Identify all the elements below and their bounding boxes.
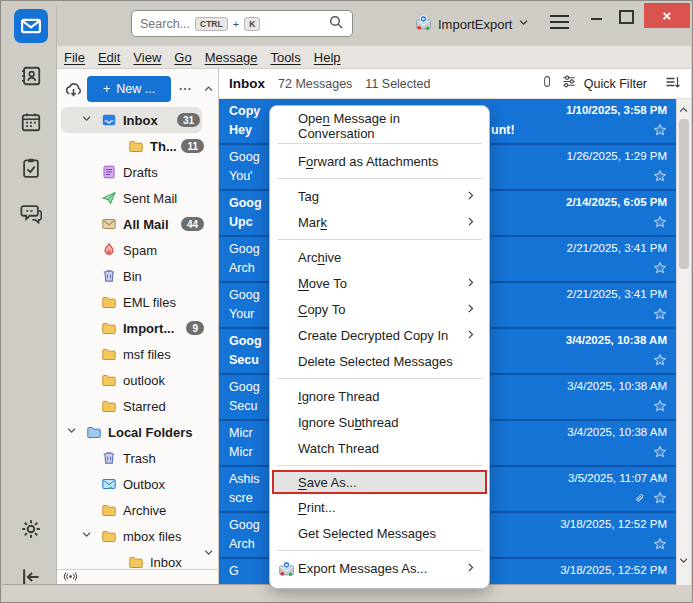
menu-item-open-message-in-conversation[interactable]: Open Message in Conversation <box>270 113 489 139</box>
addressbook-icon[interactable] <box>14 61 48 91</box>
tasks-icon[interactable] <box>14 153 48 183</box>
quick-filter-label[interactable]: Quick Filter <box>584 77 647 91</box>
menubar-item-view[interactable]: View <box>133 50 161 65</box>
message-date: 3/4/2025, 10:38 AM <box>567 426 667 438</box>
selected-count: 11 Selected <box>365 77 430 91</box>
scrollbar-thumb[interactable] <box>679 119 689 269</box>
close-button[interactable]: × <box>644 3 690 28</box>
folder-icon <box>101 398 117 414</box>
star-icon[interactable] <box>653 261 667 279</box>
folder-row-local-folders[interactable]: Local Folders <box>57 419 218 445</box>
folder-label: mbox files <box>123 529 182 544</box>
menu-item-delete-selected-messages[interactable]: Delete Selected Messages <box>270 348 489 374</box>
folder-row-drafts[interactable]: Drafts <box>57 159 218 185</box>
star-icon[interactable] <box>653 491 667 509</box>
folder-label: Starred <box>123 399 166 414</box>
messages-count: 72 Messages <box>278 77 352 91</box>
star-icon[interactable] <box>653 169 667 187</box>
folder-label: Spam <box>123 243 157 258</box>
calendar-icon[interactable] <box>14 107 48 137</box>
cloud-download-icon[interactable] <box>64 80 83 103</box>
hamburger-menu-icon[interactable] <box>550 15 569 29</box>
menu-item-copy-to[interactable]: Copy To <box>270 296 489 322</box>
mail-tab-icon[interactable] <box>14 9 48 43</box>
folder-expand-icon[interactable] <box>81 113 93 128</box>
menubar-item-edit[interactable]: Edit <box>98 50 120 65</box>
folder-expand-icon[interactable] <box>81 529 93 544</box>
profile-menu[interactable]: ImportExport <box>415 14 530 34</box>
menubar-item-message[interactable]: Message <box>205 50 258 65</box>
message-list-scrollbar[interactable] <box>676 99 691 585</box>
scroll-down-icon[interactable] <box>678 553 690 571</box>
folder-row-trash[interactable]: Trash <box>57 445 218 471</box>
folder-row-starred[interactable]: Starred <box>57 393 218 419</box>
menu-item-forward-as-attachments[interactable]: Forward as Attachments <box>270 148 489 174</box>
folder-row-import-[interactable]: Import...9 <box>57 315 218 341</box>
menubar-item-help[interactable]: Help <box>314 50 341 65</box>
folder-row-th-[interactable]: Th...11 <box>57 133 218 159</box>
star-icon[interactable] <box>653 353 667 371</box>
folder-scroll-down-icon[interactable] <box>203 545 215 563</box>
folder-row-outlook[interactable]: outlook <box>57 367 218 393</box>
submenu-arrow-icon <box>464 328 477 343</box>
folder-row-all-mail[interactable]: All Mail44 <box>57 211 218 237</box>
folder-label: Bin <box>123 269 142 284</box>
menubar-item-go[interactable]: Go <box>174 50 191 65</box>
folder-row-spam[interactable]: Spam <box>57 237 218 263</box>
menu-item-export-messages-as[interactable]: Export Messages As... <box>270 555 489 581</box>
message-sender: Goog <box>229 334 262 348</box>
menu-item-get-selected-messages[interactable]: Get Selected Messages <box>270 520 489 546</box>
star-icon[interactable] <box>653 307 667 325</box>
folder-row-eml-files[interactable]: EML files <box>57 289 218 315</box>
menu-item-ignore-subthread[interactable]: Ignore Subthread <box>270 409 489 435</box>
minimize-button[interactable] <box>585 11 607 27</box>
list-title: Inbox <box>229 76 265 91</box>
folder-expand-icon[interactable] <box>66 425 78 440</box>
folder-row-sent-mail[interactable]: Sent Mail <box>57 185 218 211</box>
menu-item-print[interactable]: Print... <box>270 494 489 520</box>
folder-row-inbox[interactable]: Inbox31 <box>61 107 202 133</box>
star-icon[interactable] <box>653 399 667 417</box>
menubar-item-tools[interactable]: Tools <box>270 50 300 65</box>
menubar-item-file[interactable]: File <box>64 50 85 65</box>
scroll-up-icon[interactable] <box>678 102 690 120</box>
search-input[interactable]: Search... CTRL + K <box>131 10 353 37</box>
thunderbird-window: Search... CTRL + K ImportExport × FileEd… <box>0 0 693 603</box>
folder-pane-options-icon[interactable]: ... <box>179 79 192 93</box>
message-list-display-options-icon[interactable] <box>664 74 681 94</box>
folder-row-mbox-files[interactable]: mbox files <box>57 523 218 549</box>
folder-row-msf-files[interactable]: msf files <box>57 341 218 367</box>
folder-scroll-up-icon[interactable] <box>203 81 215 99</box>
menu-item-move-to[interactable]: Move To <box>270 270 489 296</box>
star-icon[interactable] <box>653 445 667 463</box>
star-icon[interactable] <box>653 215 667 233</box>
folder-row-archive[interactable]: Archive <box>57 497 218 523</box>
chat-icon[interactable] <box>14 198 48 228</box>
star-icon[interactable] <box>653 123 667 141</box>
menu-item-label: Create Decrypted Copy In <box>298 328 448 343</box>
menu-item-ignore-thread[interactable]: Ignore Thread <box>270 383 489 409</box>
quickfilter-sliders-icon[interactable] <box>561 74 577 93</box>
message-date: 3/4/2025, 10:38 AM <box>566 334 667 346</box>
star-icon[interactable] <box>653 537 667 555</box>
trash-icon <box>101 450 117 466</box>
new-message-button[interactable]: + New ... <box>87 76 171 102</box>
folder-label: Th... <box>150 139 177 154</box>
menu-item-archive[interactable]: Archive <box>270 244 489 270</box>
folder-label: Sent Mail <box>123 191 177 206</box>
menu-item-create-decrypted-copy-in[interactable]: Create Decrypted Copy In <box>270 322 489 348</box>
quickfilter-sticky-icon[interactable] <box>541 74 554 93</box>
menu-item-save-as[interactable]: Save As... <box>272 470 487 494</box>
unread-badge: 31 <box>177 113 200 127</box>
menu-item-tag[interactable]: Tag <box>270 183 489 209</box>
gear-icon[interactable] <box>14 514 48 544</box>
folder-row-bin[interactable]: Bin <box>57 263 218 289</box>
menu-item-mark[interactable]: Mark <box>270 209 489 235</box>
submenu-arrow-icon <box>464 215 477 230</box>
maximize-button[interactable] <box>616 7 636 27</box>
plus-icon: + <box>103 82 110 96</box>
folder-tree: Inbox31Th...11DraftsSent MailAll Mail44S… <box>57 107 218 575</box>
folder-row-outbox[interactable]: Outbox <box>57 471 218 497</box>
menu-item-watch-thread[interactable]: Watch Thread <box>270 435 489 461</box>
search-icon[interactable] <box>328 14 344 34</box>
